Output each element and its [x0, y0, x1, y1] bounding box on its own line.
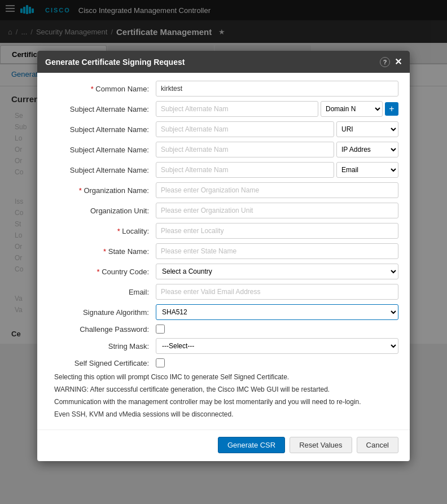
help-icon[interactable]: ? [380, 57, 390, 67]
country-code-row: * Country Code: Select a Country [49, 264, 398, 279]
san-type-select-3[interactable]: Domain N URI IP Addres Email [336, 142, 398, 157]
san-row-2: Subject Alternate Name: Domain N URI IP … [49, 121, 398, 137]
org-unit-label: Organization Unit: [49, 207, 156, 215]
san-label-4: Subject Alternate Name: [49, 166, 156, 174]
org-name-label: * Organization Name: [49, 186, 156, 195]
san-label-3: Subject Alternate Name: [49, 146, 156, 154]
self-signed-checkbox[interactable] [156, 358, 165, 367]
state-name-label: * State Name: [49, 247, 156, 256]
san-type-select-2[interactable]: Domain N URI IP Addres Email [336, 121, 398, 137]
sig-algo-label: Signature Algorithm: [49, 308, 156, 317]
self-signed-label: Self Signed Certificate: [49, 359, 156, 367]
san-label-2: Subject Alternate Name: [49, 125, 156, 134]
san-row-1: Subject Alternate Name: Domain N URI IP … [49, 101, 398, 117]
state-name-input[interactable] [156, 243, 398, 259]
state-name-row: * State Name: [49, 243, 398, 259]
reset-values-button[interactable]: Reset Values [290, 437, 352, 453]
san-input-group-1: Domain N URI IP Addres Email + [156, 101, 398, 117]
san-type-select-1[interactable]: Domain N URI IP Addres Email [321, 101, 383, 117]
challenge-pw-label: Challenge Password: [49, 325, 156, 334]
country-code-label: * Country Code: [49, 268, 156, 276]
san-input-4[interactable] [156, 162, 334, 178]
challenge-pw-row: Challenge Password: [49, 325, 398, 334]
string-mask-label: String Mask: [49, 342, 156, 350]
modal-header-actions: ? ✕ [380, 56, 402, 67]
san-input-group-4: Domain N URI IP Addres Email [156, 162, 398, 178]
modal-body: * Common Name: Subject Alternate Name: D… [37, 73, 410, 430]
self-signed-row: Self Signed Certificate: [49, 358, 398, 367]
string-mask-row: String Mask: ---Select--- [49, 338, 398, 354]
modal-title: Generate Certificate Signing Request [45, 58, 185, 67]
locality-label: * Locality: [49, 227, 156, 235]
warning-text-2: WARNING: After successful certificate ge… [54, 384, 398, 395]
modal-overlay: Generate Certificate Signing Request ? ✕… [0, 0, 447, 504]
common-name-label: * Common Name: [49, 85, 156, 93]
string-mask-select[interactable]: ---Select--- [156, 338, 398, 354]
san-type-select-4[interactable]: Domain N URI IP Addres Email [336, 162, 398, 178]
org-name-input[interactable] [156, 182, 398, 198]
common-name-row: * Common Name: [49, 81, 398, 97]
email-row: Email: [49, 284, 398, 300]
org-unit-row: Organization Unit: [49, 203, 398, 218]
warning-text-1: Selecting this option will prompt Cisco … [54, 372, 398, 382]
san-input-group-3: Domain N URI IP Addres Email [156, 142, 398, 157]
san-input-1[interactable] [156, 101, 318, 117]
cancel-button[interactable]: Cancel [357, 437, 398, 453]
generate-csr-modal: Generate Certificate Signing Request ? ✕… [37, 51, 410, 461]
close-icon[interactable]: ✕ [395, 56, 402, 67]
generate-csr-button[interactable]: Generate CSR [218, 437, 285, 453]
org-name-row: * Organization Name: [49, 182, 398, 198]
san-input-2[interactable] [156, 121, 334, 137]
country-code-select[interactable]: Select a Country [156, 264, 398, 279]
sig-algo-row: Signature Algorithm: SHA512 SHA256 SHA38… [49, 304, 398, 320]
add-san-button[interactable]: + [385, 102, 398, 116]
warning-text-4: Even SSH, KVM and vMedia sessions will b… [54, 409, 398, 419]
org-unit-input[interactable] [156, 203, 398, 218]
email-input[interactable] [156, 284, 398, 300]
email-label: Email: [49, 288, 156, 296]
common-name-input[interactable] [156, 81, 398, 97]
warning-text-3: Communication with the management contro… [54, 397, 398, 407]
locality-input[interactable] [156, 223, 398, 239]
san-row-3: Subject Alternate Name: Domain N URI IP … [49, 142, 398, 157]
sig-algo-select[interactable]: SHA512 SHA256 SHA384 [156, 304, 398, 320]
san-input-group-2: Domain N URI IP Addres Email [156, 121, 398, 137]
modal-footer: Generate CSR Reset Values Cancel [37, 430, 410, 461]
warning-section: Selecting this option will prompt Cisco … [49, 372, 398, 419]
locality-row: * Locality: [49, 223, 398, 239]
challenge-pw-checkbox[interactable] [156, 325, 165, 334]
san-label-1: Subject Alternate Name: [49, 105, 156, 113]
modal-header: Generate Certificate Signing Request ? ✕ [37, 51, 410, 73]
san-input-3[interactable] [156, 142, 334, 157]
san-row-4: Subject Alternate Name: Domain N URI IP … [49, 162, 398, 178]
